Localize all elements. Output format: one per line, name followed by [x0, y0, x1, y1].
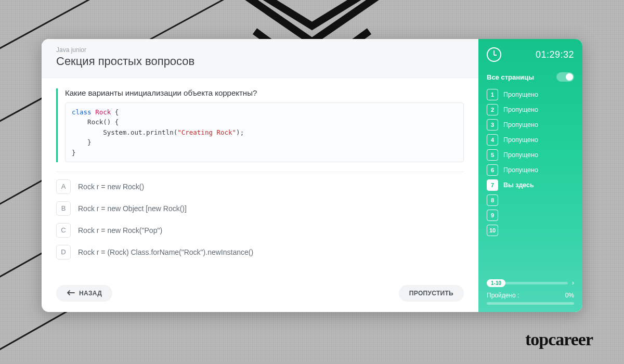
- option-letter: B: [56, 201, 71, 216]
- answer-option-d[interactable]: D Rock r = (Rock) Class.forName("Rock").…: [56, 245, 464, 259]
- page-number: 4: [487, 134, 498, 146]
- page-item-2[interactable]: 2Пропущено: [487, 104, 574, 115]
- answer-option-c[interactable]: C Rock r = new Rock("Pop"): [56, 223, 464, 238]
- code-keyword: class: [72, 108, 92, 116]
- page-item-9[interactable]: 9: [487, 210, 574, 221]
- question-text: Какие варианты инициализации объекта кор…: [65, 88, 464, 97]
- code-text: System.out.println(: [103, 128, 177, 136]
- progress-value: 0%: [565, 292, 574, 299]
- page-number: 9: [487, 210, 498, 221]
- page-item-4[interactable]: 4Пропущено: [487, 134, 574, 146]
- all-pages-label: Все страницы: [487, 73, 534, 81]
- code-text: [72, 118, 87, 126]
- page-number: 5: [487, 149, 498, 161]
- code-text: }: [72, 149, 76, 157]
- page-number: 2: [487, 104, 498, 115]
- page-number: 8: [487, 194, 498, 206]
- back-button-label: НАЗАД: [79, 290, 102, 297]
- page-number: 6: [487, 164, 498, 176]
- card-header: Java junior Секция простых вопросов: [42, 39, 478, 78]
- code-text: }: [87, 138, 92, 146]
- code-text: [72, 128, 103, 136]
- timer-row: 01:29:32: [487, 47, 574, 62]
- all-pages-toggle[interactable]: [556, 72, 574, 82]
- question-block: Какие варианты инициализации объекта кор…: [56, 88, 464, 162]
- page-status-label: Пропущено: [503, 166, 538, 174]
- code-string: "Creating Rock": [177, 128, 236, 136]
- page-item-3[interactable]: 3Пропущено: [487, 119, 574, 131]
- arrow-left-icon: [67, 290, 75, 297]
- option-text: Rock r = new Object [new Rock()]: [78, 204, 187, 213]
- page-status-label: Пропущено: [503, 106, 538, 113]
- page-item-6[interactable]: 6Пропущено: [487, 164, 574, 176]
- progress-label: Пройдено :: [487, 292, 519, 299]
- page-status-label: Пропущено: [503, 136, 538, 144]
- option-letter: C: [56, 223, 71, 238]
- page-number: 10: [487, 225, 498, 236]
- answer-option-a[interactable]: A Rock r = new Rock(): [56, 179, 464, 194]
- code-classname: Rock: [95, 108, 111, 116]
- option-letter: A: [56, 179, 71, 194]
- chevron-right-icon[interactable]: ›: [572, 279, 574, 287]
- progress-bar: [487, 302, 574, 305]
- clock-icon: [487, 47, 501, 62]
- question-area: Какие варианты инициализации объекта кор…: [42, 78, 478, 277]
- page-status-label: Вы здесь: [503, 181, 534, 189]
- option-text: Rock r = new Rock(): [78, 183, 144, 191]
- page-range-slider[interactable]: 1-10: [487, 282, 568, 284]
- sidebar: 01:29:32 Все страницы 1Пропущено2Пропуще…: [478, 39, 582, 312]
- progress-block: Пройдено : 0%: [487, 292, 574, 305]
- page-item-8[interactable]: 8: [487, 194, 574, 206]
- timer-value: 01:29:32: [536, 49, 574, 60]
- page-status-label: Пропущено: [503, 121, 538, 128]
- page-number: 3: [487, 119, 498, 131]
- back-button[interactable]: НАЗАД: [56, 285, 112, 302]
- main-panel: Java junior Секция простых вопросов Каки…: [42, 39, 478, 312]
- code-text: [72, 138, 87, 146]
- option-text: Rock r = new Rock("Pop"): [78, 226, 162, 235]
- option-letter: D: [56, 245, 71, 259]
- option-text: Rock r = (Rock) Class.forName("Rock").ne…: [78, 248, 253, 256]
- page-number: 7: [487, 179, 498, 191]
- breadcrumb: Java junior: [56, 46, 464, 54]
- page-number: 1: [487, 89, 498, 100]
- all-pages-row: Все страницы: [487, 72, 574, 82]
- page-item-1[interactable]: 1Пропущено: [487, 89, 574, 100]
- answer-option-b[interactable]: B Rock r = new Object [new Rock()]: [56, 201, 464, 216]
- divider: [56, 172, 464, 172]
- answer-options: A Rock r = new Rock() B Rock r = new Obj…: [56, 179, 464, 259]
- skip-button-label: ПРОПУСТИТЬ: [409, 290, 453, 297]
- page-range-pill: 1-10: [487, 279, 505, 287]
- quiz-card: Java junior Секция простых вопросов Каки…: [42, 39, 582, 312]
- page-item-10[interactable]: 10: [487, 225, 574, 236]
- code-text: );: [236, 128, 244, 136]
- page-item-7[interactable]: 7Вы здесь: [487, 179, 574, 191]
- page-range-row: 1-10 ›: [487, 279, 574, 287]
- code-text: Rock() {: [87, 118, 119, 126]
- code-snippet: class Rock { Rock() { System.out.println…: [65, 102, 464, 162]
- brand-logo: topcareer: [525, 330, 593, 349]
- page-status-label: Пропущено: [503, 151, 538, 159]
- page-status-label: Пропущено: [503, 91, 538, 98]
- page-list: 1Пропущено2Пропущено3Пропущено4Пропущено…: [487, 89, 574, 276]
- skip-button[interactable]: ПРОПУСТИТЬ: [399, 285, 464, 302]
- section-title: Секция простых вопросов: [56, 55, 464, 68]
- card-footer: НАЗАД ПРОПУСТИТЬ: [42, 277, 478, 312]
- code-text: {: [111, 108, 119, 116]
- page-item-5[interactable]: 5Пропущено: [487, 149, 574, 161]
